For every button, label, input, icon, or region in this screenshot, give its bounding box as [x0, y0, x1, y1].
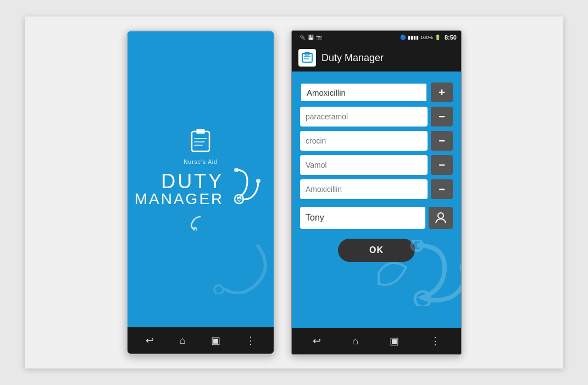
app-bar-title: Duty Manager [321, 52, 384, 64]
medicine-row-1: + [300, 82, 453, 102]
medicine-input-3[interactable] [300, 131, 428, 151]
svg-rect-5 [194, 145, 203, 146]
manager-label: MANAGER [135, 191, 224, 207]
remove-medicine-button-4[interactable]: − [431, 155, 453, 175]
clipboard-icon [190, 128, 212, 155]
remove-medicine-button-3[interactable]: − [431, 131, 453, 151]
right-back-button[interactable]: ↩ [313, 335, 321, 347]
status-time: 8:50 [445, 34, 457, 41]
status-left-icons: 🔌 💾 📷 [299, 35, 322, 40]
battery-text: 100% [420, 35, 433, 40]
medicine-input-5[interactable] [300, 179, 428, 199]
duty-label: DUTY [135, 172, 224, 191]
recent-button[interactable]: ▣ [211, 334, 220, 346]
stethoscope-tail [184, 214, 217, 230]
medicine-row-3: − [300, 131, 453, 151]
screenshot-icon: 📷 [316, 35, 322, 40]
medicine-row-5: − [300, 179, 453, 199]
duty-text-block: DUTY MANAGER [135, 172, 224, 207]
svg-rect-4 [194, 141, 205, 142]
sd-icon: 💾 [308, 35, 314, 40]
usb-icon: 🔌 [299, 35, 306, 40]
medicine-input-1[interactable] [300, 82, 428, 102]
medicine-input-2[interactable] [300, 107, 428, 127]
svg-point-19 [438, 213, 443, 218]
svg-point-6 [234, 168, 238, 172]
nurses-aid-label: Nurse's Aid [184, 159, 217, 165]
svg-rect-2 [196, 129, 205, 134]
right-bottom-nav: ↩ ⌂ ▣ ⋮ [292, 328, 461, 354]
bluetooth-icon: 🔵 [400, 35, 406, 40]
svg-rect-3 [194, 138, 207, 139]
logo-area: Nurse's Aid DUTY MANAGER [135, 128, 267, 230]
home-button[interactable]: ⌂ [179, 335, 185, 346]
main-content: + − − − − [292, 72, 461, 328]
app-bar-icon [298, 49, 316, 67]
app-bar: Duty Manager [292, 44, 461, 72]
remove-medicine-button-2[interactable]: − [431, 107, 453, 127]
signal-icon: ▮▮▮▮ [408, 35, 419, 40]
left-bottom-nav: ↩ ⌂ ▣ ⋮ [127, 327, 274, 354]
bg-stethoscope-decoration [362, 240, 461, 306]
status-bar: 🔌 💾 📷 🔵 ▮▮▮▮ 100% 🔋 8:50 [292, 31, 461, 44]
medicine-row-4: − [300, 155, 453, 175]
heart-stethoscope-icon [228, 167, 267, 211]
add-medicine-button[interactable]: + [431, 82, 453, 102]
svg-point-0 [214, 285, 223, 294]
back-button[interactable]: ↩ [146, 334, 154, 346]
battery-icon: 🔋 [435, 35, 441, 40]
name-input[interactable] [300, 207, 425, 229]
screenshot-container: Nurse's Aid DUTY MANAGER [25, 16, 563, 369]
menu-button[interactable]: ⋮ [246, 334, 256, 346]
remove-medicine-button-5[interactable]: − [431, 179, 453, 199]
left-phone: Nurse's Aid DUTY MANAGER [126, 30, 275, 355]
svg-point-7 [256, 179, 260, 183]
status-right-icons: 🔵 ▮▮▮▮ 100% 🔋 8:50 [400, 34, 457, 41]
medicine-input-4[interactable] [300, 155, 428, 175]
name-row [300, 207, 453, 229]
right-phone: 🔌 💾 📷 🔵 ▮▮▮▮ 100% 🔋 8:50 [291, 30, 462, 355]
right-recent-button[interactable]: ▣ [390, 335, 399, 347]
right-home-button[interactable]: ⌂ [352, 336, 358, 347]
person-button[interactable] [429, 207, 453, 229]
left-screen-content: Nurse's Aid DUTY MANAGER [127, 31, 274, 327]
right-menu-button[interactable]: ⋮ [430, 335, 440, 347]
duty-manager-logo: DUTY MANAGER [135, 167, 267, 211]
medicine-row-2: − [300, 107, 453, 127]
